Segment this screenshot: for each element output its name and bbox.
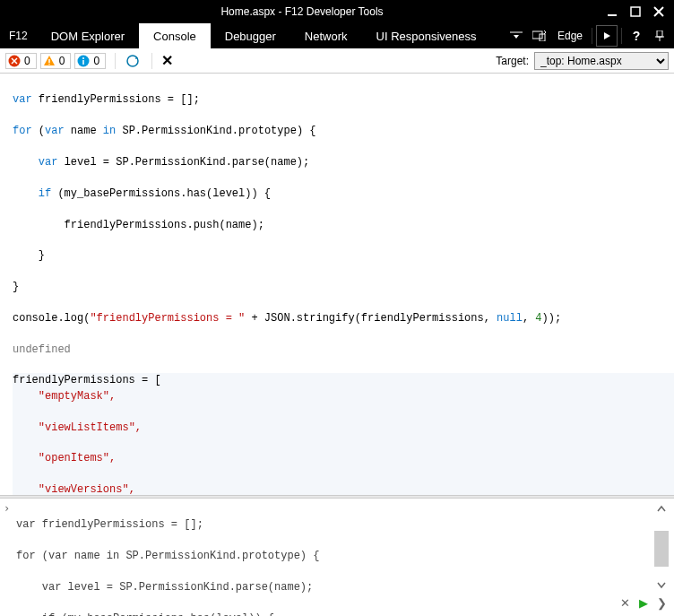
console-output[interactable]: var friendlyPermissions = []; for (var n…: [0, 74, 674, 495]
window-title: Home.aspx - F12 Developer Tools: [4, 5, 601, 18]
console-input-area[interactable]: › var friendlyPermissions = []; for (var…: [0, 499, 674, 613]
target-select[interactable]: _top: Home.aspx: [534, 52, 669, 70]
target-label: Target:: [496, 55, 529, 67]
svg-rect-5: [532, 31, 542, 39]
menubar: F12 DOM Explorer Console Debugger Networ…: [0, 23, 674, 48]
info-icon: [77, 55, 90, 67]
tab-debugger[interactable]: Debugger: [211, 23, 290, 48]
device-emulation-icon[interactable]: [529, 25, 550, 47]
separator: [621, 28, 622, 44]
multiline-toggle-icon[interactable]: ❯: [657, 596, 667, 610]
prompt-icon: ›: [4, 502, 10, 515]
separator: [115, 53, 116, 69]
warnings-chip[interactable]: 0: [40, 53, 72, 69]
tab-network[interactable]: Network: [290, 23, 362, 48]
play-box-icon[interactable]: [596, 25, 618, 47]
input-controls: ✕ ▶ ❯: [620, 596, 667, 610]
info-count: 0: [93, 55, 99, 67]
svg-point-14: [48, 63, 50, 65]
info-chip[interactable]: 0: [74, 53, 106, 69]
svg-point-16: [82, 57, 84, 59]
errors-chip[interactable]: 0: [5, 53, 37, 69]
error-icon: [8, 55, 21, 67]
window-controls: [601, 2, 670, 22]
scroll-up-icon[interactable]: [654, 502, 669, 516]
tab-dom-explorer[interactable]: DOM Explorer: [37, 23, 139, 48]
svg-rect-7: [657, 30, 662, 37]
pin-icon[interactable]: [649, 25, 670, 47]
separator: [151, 53, 152, 69]
minimize-button[interactable]: [601, 2, 624, 22]
chevron-down-icon[interactable]: [506, 25, 527, 47]
console-input[interactable]: var friendlyPermissions = []; for (var n…: [0, 499, 674, 616]
clear-console-icon[interactable]: ✕: [158, 52, 177, 69]
titlebar: Home.aspx - F12 Developer Tools: [0, 0, 674, 23]
undefined-result: undefined: [13, 343, 674, 358]
close-button[interactable]: [647, 2, 670, 22]
errors-count: 0: [24, 55, 30, 67]
browser-label[interactable]: Edge: [552, 30, 588, 42]
warning-icon: [43, 55, 56, 67]
tab-console[interactable]: Console: [139, 23, 211, 48]
maximize-button[interactable]: [624, 2, 647, 22]
scroll-thumb[interactable]: [654, 531, 669, 567]
clear-input-icon[interactable]: ✕: [620, 596, 630, 610]
svg-rect-1: [631, 7, 640, 16]
code-keyword: var: [13, 93, 39, 106]
run-icon[interactable]: ▶: [639, 596, 648, 610]
scrollbar[interactable]: [654, 502, 669, 592]
tab-ui-responsiveness[interactable]: UI Responsiveness: [362, 23, 491, 48]
scroll-down-icon[interactable]: [654, 577, 669, 592]
console-toolbar: 0 0 0 ✕ Target: _top: Home.aspx: [0, 48, 674, 74]
f12-menu[interactable]: F12: [0, 23, 37, 48]
help-icon[interactable]: ?: [626, 25, 647, 47]
warnings-count: 0: [59, 55, 65, 67]
refresh-icon[interactable]: [121, 51, 144, 71]
log-output: friendlyPermissions = [ "emptyMask", "vi…: [13, 373, 674, 495]
separator: [592, 28, 592, 44]
